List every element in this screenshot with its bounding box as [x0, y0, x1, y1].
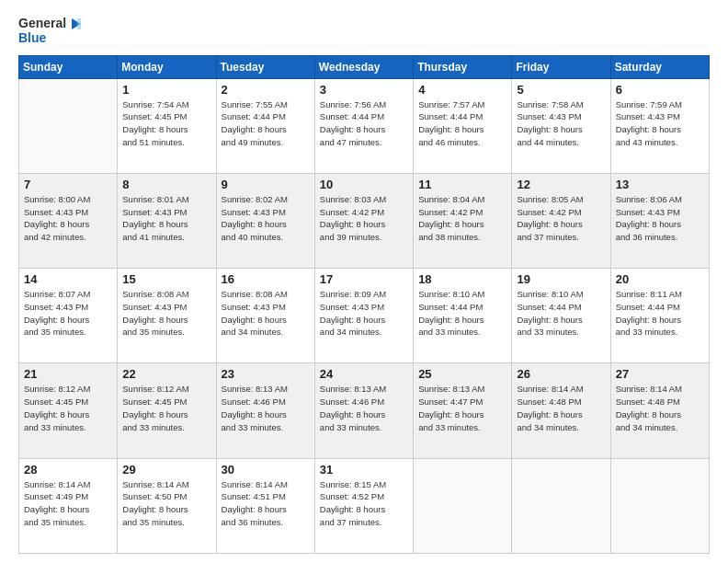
day-number: 20	[616, 272, 704, 286]
calendar-cell	[414, 458, 512, 553]
day-info: Sunrise: 8:14 AMSunset: 4:48 PMDaylight:…	[616, 383, 704, 433]
day-info: Sunrise: 8:14 AMSunset: 4:49 PMDaylight:…	[24, 478, 112, 529]
calendar-cell: 22Sunrise: 8:12 AMSunset: 4:45 PMDayligh…	[118, 363, 216, 458]
day-number: 5	[517, 83, 605, 97]
svg-marker-1	[77, 18, 81, 29]
calendar-cell: 16Sunrise: 8:08 AMSunset: 4:43 PMDayligh…	[216, 269, 314, 363]
calendar-header-sunday: Sunday	[19, 55, 118, 78]
day-info: Sunrise: 8:10 AMSunset: 4:44 PMDaylight:…	[418, 288, 506, 339]
day-info: Sunrise: 8:10 AMSunset: 4:44 PMDaylight:…	[517, 288, 605, 339]
calendar-cell: 23Sunrise: 8:13 AMSunset: 4:46 PMDayligh…	[216, 363, 314, 458]
day-number: 1	[122, 83, 210, 97]
calendar-cell: 12Sunrise: 8:05 AMSunset: 4:42 PMDayligh…	[512, 173, 610, 268]
calendar-week-row: 28Sunrise: 8:14 AMSunset: 4:49 PMDayligh…	[19, 458, 710, 553]
day-number: 3	[320, 83, 408, 97]
day-number: 14	[24, 272, 112, 286]
header: General Blue	[18, 17, 710, 46]
day-info: Sunrise: 8:13 AMSunset: 4:47 PMDaylight:…	[418, 383, 506, 433]
day-info: Sunrise: 7:57 AMSunset: 4:44 PMDaylight:…	[418, 98, 506, 149]
calendar-header-wednesday: Wednesday	[314, 55, 413, 78]
calendar-cell: 26Sunrise: 8:14 AMSunset: 4:48 PMDayligh…	[512, 363, 610, 458]
calendar-cell: 19Sunrise: 8:10 AMSunset: 4:44 PMDayligh…	[512, 269, 610, 363]
day-info: Sunrise: 8:00 AMSunset: 4:43 PMDaylight:…	[24, 193, 112, 244]
day-number: 30	[222, 463, 310, 477]
calendar-cell: 27Sunrise: 8:14 AMSunset: 4:48 PMDayligh…	[610, 363, 709, 458]
day-info: Sunrise: 8:13 AMSunset: 4:46 PMDaylight:…	[320, 383, 408, 433]
logo: General Blue	[18, 17, 83, 46]
calendar-cell: 5Sunrise: 7:58 AMSunset: 4:43 PMDaylight…	[512, 78, 610, 173]
day-info: Sunrise: 7:58 AMSunset: 4:43 PMDaylight:…	[517, 98, 605, 149]
day-info: Sunrise: 8:12 AMSunset: 4:45 PMDaylight:…	[24, 383, 112, 433]
day-number: 12	[517, 178, 605, 191]
day-info: Sunrise: 8:11 AMSunset: 4:44 PMDaylight:…	[616, 288, 704, 339]
day-info: Sunrise: 8:03 AMSunset: 4:42 PMDaylight:…	[320, 193, 408, 244]
calendar-cell: 15Sunrise: 8:08 AMSunset: 4:43 PMDayligh…	[118, 269, 216, 363]
day-info: Sunrise: 8:06 AMSunset: 4:43 PMDaylight:…	[616, 193, 704, 244]
day-info: Sunrise: 8:12 AMSunset: 4:45 PMDaylight:…	[122, 383, 210, 433]
day-info: Sunrise: 8:04 AMSunset: 4:42 PMDaylight:…	[418, 193, 506, 244]
day-number: 19	[517, 272, 605, 286]
day-number: 11	[418, 178, 506, 191]
calendar-cell: 18Sunrise: 8:10 AMSunset: 4:44 PMDayligh…	[414, 269, 512, 363]
calendar-cell: 10Sunrise: 8:03 AMSunset: 4:42 PMDayligh…	[314, 173, 413, 268]
calendar-cell	[19, 78, 118, 173]
day-number: 7	[24, 178, 112, 191]
day-number: 24	[320, 367, 408, 381]
day-number: 29	[122, 463, 210, 477]
calendar-cell: 4Sunrise: 7:57 AMSunset: 4:44 PMDaylight…	[414, 78, 512, 173]
day-number: 31	[320, 463, 408, 477]
calendar-cell: 8Sunrise: 8:01 AMSunset: 4:43 PMDaylight…	[118, 173, 216, 268]
day-number: 21	[24, 367, 112, 381]
day-info: Sunrise: 8:14 AMSunset: 4:51 PMDaylight:…	[222, 478, 310, 529]
day-number: 2	[222, 83, 310, 97]
day-number: 17	[320, 272, 408, 286]
day-info: Sunrise: 7:55 AMSunset: 4:44 PMDaylight:…	[222, 98, 310, 149]
day-info: Sunrise: 8:01 AMSunset: 4:43 PMDaylight:…	[122, 193, 210, 244]
calendar-cell: 21Sunrise: 8:12 AMSunset: 4:45 PMDayligh…	[19, 363, 118, 458]
calendar-cell: 9Sunrise: 8:02 AMSunset: 4:43 PMDaylight…	[216, 173, 314, 268]
day-info: Sunrise: 8:15 AMSunset: 4:52 PMDaylight:…	[320, 478, 408, 529]
calendar-cell: 14Sunrise: 8:07 AMSunset: 4:43 PMDayligh…	[19, 269, 118, 363]
calendar-week-row: 1Sunrise: 7:54 AMSunset: 4:45 PMDaylight…	[19, 78, 710, 173]
calendar-cell: 24Sunrise: 8:13 AMSunset: 4:46 PMDayligh…	[314, 363, 413, 458]
day-number: 18	[418, 272, 506, 286]
day-info: Sunrise: 8:08 AMSunset: 4:43 PMDaylight:…	[122, 288, 210, 339]
calendar-cell	[512, 458, 610, 553]
calendar-header-row: SundayMondayTuesdayWednesdayThursdayFrid…	[19, 55, 710, 78]
calendar-cell: 29Sunrise: 8:14 AMSunset: 4:50 PMDayligh…	[118, 458, 216, 553]
day-number: 15	[122, 272, 210, 286]
calendar-cell: 31Sunrise: 8:15 AMSunset: 4:52 PMDayligh…	[314, 458, 413, 553]
day-info: Sunrise: 8:05 AMSunset: 4:42 PMDaylight:…	[517, 193, 605, 244]
calendar-cell: 1Sunrise: 7:54 AMSunset: 4:45 PMDaylight…	[118, 78, 216, 173]
day-number: 8	[122, 178, 210, 191]
calendar-cell: 7Sunrise: 8:00 AMSunset: 4:43 PMDaylight…	[19, 173, 118, 268]
calendar-table: SundayMondayTuesdayWednesdayThursdayFrid…	[18, 55, 710, 554]
day-number: 13	[616, 178, 704, 191]
calendar-cell: 13Sunrise: 8:06 AMSunset: 4:43 PMDayligh…	[610, 173, 709, 268]
day-number: 16	[222, 272, 310, 286]
calendar-cell: 6Sunrise: 7:59 AMSunset: 4:43 PMDaylight…	[610, 78, 709, 173]
calendar-cell: 3Sunrise: 7:56 AMSunset: 4:44 PMDaylight…	[314, 78, 413, 173]
day-number: 26	[517, 367, 605, 381]
calendar-week-row: 14Sunrise: 8:07 AMSunset: 4:43 PMDayligh…	[19, 269, 710, 363]
calendar-cell: 17Sunrise: 8:09 AMSunset: 4:43 PMDayligh…	[314, 269, 413, 363]
day-number: 4	[418, 83, 506, 97]
day-number: 10	[320, 178, 408, 191]
day-number: 27	[616, 367, 704, 381]
logo-text: General Blue	[18, 17, 83, 46]
day-info: Sunrise: 8:14 AMSunset: 4:50 PMDaylight:…	[122, 478, 210, 529]
calendar-cell: 20Sunrise: 8:11 AMSunset: 4:44 PMDayligh…	[610, 269, 709, 363]
calendar-header-thursday: Thursday	[414, 55, 512, 78]
calendar-cell: 2Sunrise: 7:55 AMSunset: 4:44 PMDaylight…	[216, 78, 314, 173]
day-number: 9	[222, 178, 310, 191]
page: General Blue SundayMondayTuesdayWednesda…	[0, 0, 728, 563]
calendar-cell: 30Sunrise: 8:14 AMSunset: 4:51 PMDayligh…	[216, 458, 314, 553]
calendar-cell: 11Sunrise: 8:04 AMSunset: 4:42 PMDayligh…	[414, 173, 512, 268]
day-number: 28	[24, 463, 112, 477]
calendar-cell	[610, 458, 709, 553]
day-info: Sunrise: 8:09 AMSunset: 4:43 PMDaylight:…	[320, 288, 408, 339]
day-number: 25	[418, 367, 506, 381]
calendar-cell: 28Sunrise: 8:14 AMSunset: 4:49 PMDayligh…	[19, 458, 118, 553]
day-number: 23	[222, 367, 310, 381]
day-info: Sunrise: 7:54 AMSunset: 4:45 PMDaylight:…	[122, 98, 210, 149]
